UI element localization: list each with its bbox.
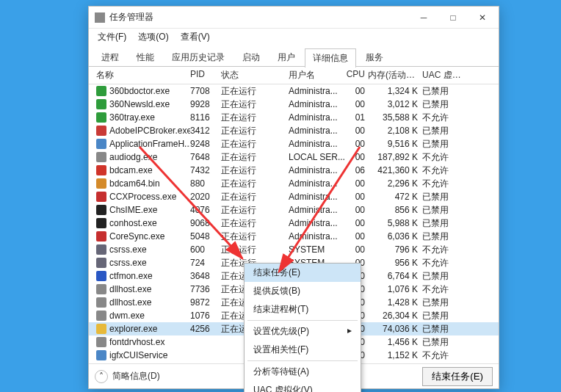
process-name: conhost.exe <box>109 218 157 228</box>
process-row[interactable]: audiodg.exe7648正在运行LOCAL SER...00187,892… <box>89 150 499 164</box>
tab-1[interactable]: 性能 <box>129 48 162 67</box>
col-mem-header[interactable]: 内存(活动的... <box>368 69 422 81</box>
process-pid: 9068 <box>190 218 221 228</box>
process-mem: 956 K <box>368 258 422 268</box>
ctx-separator <box>247 320 358 321</box>
process-name: audiodg.exe <box>109 152 157 162</box>
process-state: 正在运行 <box>221 204 289 217</box>
ctx-feedback[interactable]: 提供反馈(B) <box>245 282 361 300</box>
ctx-affinity[interactable]: 设置相关性(F) <box>245 341 361 359</box>
menu-options[interactable]: 选项(O) <box>134 29 173 45</box>
process-row[interactable]: CCXProcess.exe2020正在运行Administra...00472… <box>89 190 499 203</box>
titlebar: 任务管理器 ─ □ ✕ <box>89 7 499 29</box>
process-uac: 已禁用 <box>422 270 463 283</box>
process-name: AdobeIPCBroker.exe <box>109 126 190 136</box>
process-state: 正在运行 <box>221 98 289 111</box>
process-uac: 不允许 <box>422 349 463 362</box>
process-mem: 5,988 K <box>368 218 422 228</box>
process-pid: 9248 <box>190 139 221 149</box>
process-uac: 不允许 <box>422 283 463 296</box>
process-mem: 796 K <box>368 244 422 255</box>
process-uac: 已禁用 <box>422 297 463 309</box>
process-user: Administra... <box>289 139 346 149</box>
app-icon <box>95 12 105 23</box>
process-cpu: 00 <box>346 244 368 255</box>
tab-0[interactable]: 进程 <box>93 48 127 67</box>
process-user: Administra... <box>289 99 346 109</box>
tab-4[interactable]: 用户 <box>269 48 303 67</box>
menu-view[interactable]: 查看(V) <box>176 29 214 45</box>
process-pid: 2020 <box>190 192 221 202</box>
minimize-button[interactable]: ─ <box>409 7 438 28</box>
process-uac: 已禁用 <box>422 310 463 322</box>
process-pid: 3648 <box>190 271 221 281</box>
ctx-analyze[interactable]: 分析等待链(A) <box>245 363 361 381</box>
end-task-button[interactable]: 结束任务(E) <box>422 367 493 386</box>
process-row[interactable]: bdcam64.bin880正在运行Administra...002,296 K… <box>89 177 499 190</box>
process-row[interactable]: 360bdoctor.exe7708正在运行Administra...001,3… <box>89 84 499 98</box>
process-row[interactable]: conhost.exe9068正在运行Administra...005,988 … <box>89 217 499 230</box>
process-mem: 3,012 K <box>368 99 422 109</box>
close-button[interactable]: ✕ <box>468 7 497 28</box>
col-state-header[interactable]: 状态 <box>221 69 289 81</box>
process-name: csrss.exe <box>109 258 147 268</box>
process-row[interactable]: CoreSync.exe5048正在运行Administra...006,036… <box>89 230 499 243</box>
process-mem: 74,036 K <box>368 324 422 334</box>
ctx-end-task[interactable]: 结束任务(E) <box>245 264 361 282</box>
col-uac-header[interactable]: UAC 虚拟化 <box>422 69 463 81</box>
process-row[interactable]: bdcam.exe7432正在运行Administra...06421,360 … <box>89 164 499 177</box>
col-user-header[interactable]: 用户名 <box>289 69 346 81</box>
process-name: 360Newsld.exe <box>109 99 170 109</box>
process-uac: 不允许 <box>422 164 463 177</box>
ctx-priority[interactable]: 设置优先级(P)▸ <box>245 322 361 341</box>
process-mem: 187,892 K <box>368 152 422 162</box>
process-row[interactable]: ApplicationFrameH...9248正在运行Administra..… <box>89 137 499 150</box>
process-uac: 已禁用 <box>422 191 463 203</box>
process-pid: 4256 <box>190 324 221 334</box>
maximize-button[interactable]: □ <box>438 7 468 28</box>
process-row[interactable]: csrss.exe600正在运行SYSTEM00796 K不允许 <box>89 243 499 256</box>
process-icon <box>96 165 106 175</box>
process-uac: 已禁用 <box>422 85 463 98</box>
process-cpu: 00 <box>346 218 368 228</box>
col-pid-header[interactable]: PID <box>190 69 221 81</box>
process-mem: 2,108 K <box>368 126 422 136</box>
process-cpu: 00 <box>346 231 368 242</box>
col-name-header[interactable]: 名称 <box>93 69 190 81</box>
tab-2[interactable]: 应用历史记录 <box>164 48 233 67</box>
process-pid: 3412 <box>190 126 221 136</box>
process-name: ApplicationFrameH... <box>109 139 190 149</box>
process-mem: 1,324 K <box>368 86 422 96</box>
col-cpu-header[interactable]: CPU <box>346 69 368 81</box>
process-row[interactable]: 360Newsld.exe9928正在运行Administra...003,01… <box>89 98 499 111</box>
process-row[interactable]: AdobeIPCBroker.exe3412正在运行Administra...0… <box>89 124 499 137</box>
tab-6[interactable]: 服务 <box>358 48 391 67</box>
process-uac: 不允许 <box>422 244 463 256</box>
process-icon <box>96 284 106 294</box>
process-user: Administra... <box>289 218 346 228</box>
process-name: bdcam.exe <box>109 165 153 175</box>
process-name: CoreSync.exe <box>109 231 164 242</box>
process-state: 正在运行 <box>221 191 289 203</box>
process-pid: 7736 <box>190 284 221 294</box>
process-name: fontdrvhost.ex <box>109 337 164 347</box>
context-menu[interactable]: 结束任务(E) 提供反馈(B) 结束进程树(T) 设置优先级(P)▸ 设置相关性… <box>244 263 361 392</box>
process-pid: 7432 <box>190 165 221 175</box>
brief-info-toggle[interactable]: ˄ 简略信息(D) <box>95 370 160 383</box>
process-row[interactable]: 360tray.exe8116正在运行Administra...0135,588… <box>89 111 499 124</box>
process-icon <box>96 271 106 281</box>
process-cpu: 01 <box>346 112 368 123</box>
process-icon <box>96 337 106 347</box>
menu-file[interactable]: 文件(F) <box>93 29 131 45</box>
tab-3[interactable]: 启动 <box>234 48 268 67</box>
window-title: 任务管理器 <box>109 11 409 23</box>
ctx-uacvirt[interactable]: UAC 虚拟化(V) <box>245 381 361 392</box>
process-row[interactable]: ChsIME.exe4076正在运行Administra...00856 K已禁… <box>89 203 499 217</box>
process-uac: 不允许 <box>422 257 463 269</box>
process-uac: 不允许 <box>422 151 463 164</box>
ctx-end-tree[interactable]: 结束进程树(T) <box>245 300 361 319</box>
process-user: Administra... <box>289 86 346 96</box>
process-icon <box>96 152 106 162</box>
process-pid: 7648 <box>190 152 221 162</box>
tab-5[interactable]: 详细信息 <box>305 48 356 68</box>
